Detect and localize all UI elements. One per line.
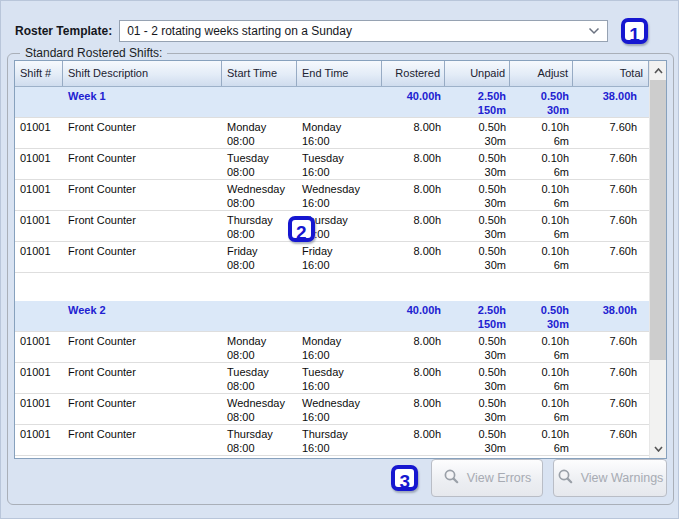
week-total: 38.00h [573,301,649,331]
start-time-cell: Monday08:00 [222,332,297,362]
shift-row[interactable]: 01001Front CounterWednesday08:00Wednesda… [15,394,649,425]
adjust-cell: 0.10h6m [510,180,573,210]
shift-description-cell: Front Counter [63,425,222,455]
roster-template-dropdown[interactable]: 01 - 2 rotating weeks starting on a Sund… [119,20,608,42]
shift-row[interactable]: 01001Front CounterWednesday08:00Wednesda… [15,180,649,211]
view-warnings-label: View Warnings [581,471,664,485]
start-time-cell: Tuesday08:00 [222,149,297,179]
week-shift-number-cell [15,301,63,331]
shift-row[interactable]: 01001Front CounterThursday08:00Thursday1… [15,425,649,456]
shift-number-cell: 01001 [15,149,63,179]
total-cell: 7.60h [573,118,649,148]
column-header-shift-description[interactable]: Shift Description [63,61,222,86]
shift-row[interactable]: 01001Front CounterTuesday08:00Tuesday16:… [15,149,649,180]
roster-template-selected-value: 01 - 2 rotating weeks starting on a Sund… [127,24,588,38]
shift-number-cell: 01001 [15,118,63,148]
view-warnings-button[interactable]: View Warnings [553,459,667,497]
week-summary-row[interactable]: Week 240.00h2.50h150m0.50h30m38.00h [15,301,649,332]
week-adjust-total: 0.50h30m [510,301,573,331]
column-header-end-time[interactable]: End Time [297,61,382,86]
adjust-cell: 0.10h6m [510,211,573,241]
roster-template-bar: Roster Template: 01 - 2 rotating weeks s… [15,18,670,44]
chevron-down-icon [588,27,600,35]
column-header-rostered[interactable]: Rostered [382,61,445,86]
shifts-table: Shift # Shift Description Start Time End… [14,60,667,459]
end-time-cell: Thursday16:00 [297,425,382,455]
week-label: Week 1 [63,87,222,117]
unpaid-cell: 0.50h30m [445,242,510,272]
adjust-cell: 0.10h6m [510,425,573,455]
shift-row[interactable]: 01001Front CounterTuesday08:00Tuesday16:… [15,363,649,394]
rostered-cell: 8.00h [382,149,445,179]
unpaid-cell: 0.50h30m [445,363,510,393]
scrollbar-up-arrow-icon[interactable] [650,62,666,79]
table-header-row: Shift # Shift Description Start Time End… [15,61,649,87]
end-time-cell: Tuesday16:00 [297,149,382,179]
shift-number-cell: 01001 [15,425,63,455]
end-time-cell: Friday16:00 [297,242,382,272]
scrollbar-thumb[interactable] [650,80,666,360]
vertical-scrollbar[interactable] [649,61,666,458]
total-cell: 7.60h [573,180,649,210]
shift-number-cell: 01001 [15,332,63,362]
view-errors-label: View Errors [467,471,531,485]
shift-number-cell: 01001 [15,242,63,272]
adjust-cell: 0.10h6m [510,242,573,272]
rostered-cell: 8.00h [382,180,445,210]
unpaid-cell: 0.50h30m [445,211,510,241]
total-cell: 7.60h [573,425,649,455]
annotation-badge-2: 2 [288,216,315,242]
shift-row[interactable]: 01001Front CounterFriday08:00Friday16:00… [15,242,649,273]
start-time-cell: Thursday08:00 [222,425,297,455]
adjust-cell: 0.10h6m [510,394,573,424]
column-header-total[interactable]: Total [573,61,649,86]
actions-bar: 3 View Errors View Warnings [391,459,667,497]
week-adjust-total: 0.50h30m [510,87,573,117]
start-time-cell: Wednesday08:00 [222,394,297,424]
rostered-cell: 8.00h [382,118,445,148]
week-summary-row[interactable]: Week 140.00h2.50h150m0.50h30m38.00h [15,87,649,118]
total-cell: 7.60h [573,363,649,393]
shift-description-cell: Front Counter [63,242,222,272]
shift-number-cell: 01001 [15,363,63,393]
column-header-adjust[interactable]: Adjust [510,61,573,86]
total-cell: 7.60h [573,149,649,179]
end-time-cell: Monday16:00 [297,332,382,362]
week-total: 38.00h [573,87,649,117]
adjust-cell: 0.10h6m [510,149,573,179]
column-header-shift-number[interactable]: Shift # [15,61,63,86]
total-cell: 7.60h [573,332,649,362]
week-unpaid-total: 2.50h150m [445,301,510,331]
rostered-cell: 8.00h [382,425,445,455]
annotation-badge-3: 3 [391,465,418,491]
shift-row[interactable]: 01001Front CounterThursday08:00Thursday1… [15,211,649,242]
adjust-cell: 0.10h6m [510,332,573,362]
groupbox-title: Standard Rostered Shifts: [20,46,167,61]
standard-rostered-shifts-groupbox: Standard Rostered Shifts: Shift # Shift … [7,53,674,505]
roster-template-label: Roster Template: [15,24,112,38]
end-time-cell: Monday16:00 [297,118,382,148]
column-header-start-time[interactable]: Start Time [222,61,297,86]
unpaid-cell: 0.50h30m [445,180,510,210]
shift-number-cell: 01001 [15,211,63,241]
adjust-cell: 0.10h6m [510,363,573,393]
unpaid-cell: 0.50h30m [445,149,510,179]
shift-row[interactable]: 01001Front CounterMonday08:00Monday16:00… [15,332,649,363]
view-errors-button[interactable]: View Errors [431,459,543,497]
unpaid-cell: 0.50h30m [445,425,510,455]
end-time-cell: Tuesday16:00 [297,363,382,393]
end-time-cell: Wednesday16:00 [297,394,382,424]
magnifier-icon [557,468,574,488]
total-cell: 7.60h [573,211,649,241]
shift-row[interactable]: 01001Front CounterMonday08:00Monday16:00… [15,118,649,149]
week-rostered-total: 40.00h [382,301,445,331]
week-start-cell [222,87,297,117]
shift-description-cell: Front Counter [63,211,222,241]
week-shift-number-cell [15,87,63,117]
rostered-cell: 8.00h [382,211,445,241]
column-header-unpaid[interactable]: Unpaid [445,61,510,86]
total-cell: 7.60h [573,394,649,424]
unpaid-cell: 0.50h30m [445,394,510,424]
end-time-cell: Wednesday16:00 [297,180,382,210]
scrollbar-down-arrow-icon[interactable] [650,440,666,457]
